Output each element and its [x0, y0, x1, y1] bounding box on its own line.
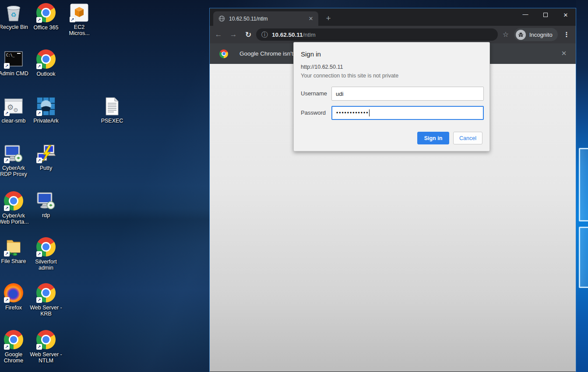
chrome-shortcut-icon: ↗ — [4, 191, 24, 211]
incognito-badge: Incognito — [514, 28, 558, 41]
globe-favicon-icon — [218, 15, 225, 22]
svg-text:⚙: ⚙ — [13, 107, 18, 113]
password-label: Password — [301, 109, 326, 116]
desktop-icon-label: Web Server - NTLM — [27, 351, 65, 364]
shortcut-arrow-icon: ↗ — [4, 205, 10, 211]
rdp-monitor-icon: ↗ — [4, 144, 24, 164]
desktop-icon-putty[interactable]: ↗ Putty — [27, 144, 65, 171]
desktop-icon-outlook[interactable]: ↗ Outlook — [27, 49, 65, 77]
firefox-icon: ↗ — [4, 283, 24, 303]
close-icon: ✕ — [563, 12, 568, 18]
shortcut-arrow-icon: ↗ — [36, 17, 42, 23]
desktop-icon-label: Office 365 — [27, 25, 65, 31]
page-info-icon[interactable]: ⓘ — [261, 31, 268, 39]
shortcut-arrow-icon: ↗ — [70, 17, 75, 22]
shortcut-arrow-icon: ↗ — [36, 297, 42, 303]
desktop-icon-office-365[interactable]: ↗ Office 365 — [27, 3, 65, 31]
chrome-shortcut-icon: ↗ — [36, 49, 56, 70]
shortcut-arrow-icon: ↗ — [36, 63, 42, 69]
tab-strip: 10.62.50.11/ntlm ✕ + — ✕ — [210, 8, 576, 26]
desktop-icon-ec2[interactable]: ↗ EC2 Micros... — [60, 3, 98, 36]
shortcut-arrow-icon: ↗ — [4, 344, 10, 350]
desktop-icon-label: PSEXEC — [93, 118, 131, 124]
desktop-icon-web-server-krb[interactable]: ↗ Web Server - KRB — [27, 283, 65, 317]
ec2-icon: ↗ — [69, 3, 89, 23]
cancel-button[interactable]: Cancel — [453, 132, 482, 144]
svg-text:C:\_: C:\_ — [6, 53, 14, 57]
bookmark-star-icon[interactable]: ☆ — [500, 29, 511, 40]
wallpaper-windows-logo — [576, 0, 588, 372]
window-maximize-button[interactable] — [535, 8, 556, 21]
minimize-icon: — — [523, 11, 528, 18]
tab-active[interactable]: 10.62.50.11/ntlm ✕ — [213, 11, 318, 26]
signin-button[interactable]: Sign in — [417, 132, 449, 144]
putty-icon: ↗ — [36, 144, 56, 164]
desktop-icon-label: Putty — [27, 165, 65, 171]
forward-button[interactable]: → — [227, 28, 239, 41]
window-close-button[interactable]: ✕ — [556, 8, 576, 21]
chrome-menu-icon[interactable]: ⋮ — [561, 29, 572, 40]
shortcut-arrow-icon: ↗ — [36, 110, 42, 116]
chrome-window: 10.62.50.11/ntlm ✕ + — ✕ ← → ↻ ⓘ 10.62.5… — [209, 8, 576, 372]
maximize-icon — [543, 13, 548, 17]
incognito-label: Incognito — [529, 32, 553, 38]
window-minimize-button[interactable]: — — [515, 8, 535, 21]
chrome-shortcut-icon: ↗ — [36, 3, 56, 23]
username-field[interactable]: udi — [331, 87, 484, 101]
windows-logo-pane — [579, 227, 588, 288]
reload-button[interactable]: ↻ — [242, 28, 254, 41]
password-masked-value: •••••••••••• — [336, 110, 369, 116]
dialog-site-url: http://10.62.50.11 — [301, 64, 343, 70]
document-icon — [102, 96, 122, 116]
shortcut-arrow-icon: ↗ — [4, 110, 10, 116]
desktop-icon-web-server-ntlm[interactable]: ↗ Web Server - NTLM — [27, 330, 65, 364]
windows-logo-pane — [579, 148, 588, 221]
url-path: /ntlm — [303, 32, 316, 38]
desktop-icon-label: Outlook — [27, 71, 65, 77]
gears-window-icon: ⚙ ⚙ ↗ — [4, 96, 24, 116]
back-button[interactable]: ← — [212, 28, 225, 41]
desktop-icon-label: EC2 Micros... — [60, 24, 98, 36]
dialog-warning-text: Your connection to this site is not priv… — [301, 73, 398, 79]
privateark-icon: ↗ — [36, 96, 56, 116]
shortcut-arrow-icon: ↗ — [36, 251, 42, 257]
tab-title: 10.62.50.11/ntlm — [229, 16, 307, 22]
desktop-icon-label: Silverfort admin — [27, 259, 65, 271]
desktop-icon-privateark[interactable]: ↗ PrivateArk — [27, 96, 65, 124]
password-field[interactable]: •••••••••••• — [331, 106, 484, 120]
tab-close-icon[interactable]: ✕ — [307, 15, 315, 23]
shortcut-arrow-icon: ↗ — [4, 297, 10, 303]
desktop-icon-silverfort-admin[interactable]: ↗ Silverfort admin — [27, 237, 65, 271]
rdp-monitor-icon — [36, 191, 56, 211]
chrome-shortcut-icon: ↗ — [4, 330, 24, 350]
chrome-shortcut-icon: ↗ — [36, 237, 56, 257]
shortcut-arrow-icon: ↗ — [36, 344, 42, 350]
browser-toolbar: ← → ↻ ⓘ 10.62.50.11/ntlm ☆ Incognito ⋮ — [210, 26, 576, 43]
incognito-icon — [516, 30, 526, 40]
infobar-close-icon[interactable]: ✕ — [559, 49, 569, 58]
dialog-title: Sign in — [301, 50, 321, 58]
chrome-logo-icon — [219, 49, 228, 58]
shortcut-arrow-icon: ↗ — [4, 158, 10, 163]
signin-dialog: Sign in http://10.62.50.11 Your connecti… — [293, 42, 490, 151]
chrome-shortcut-icon: ↗ — [36, 283, 56, 303]
desktop-icon-psexec[interactable]: PSEXEC — [93, 96, 131, 124]
chrome-shortcut-icon: ↗ — [36, 330, 56, 350]
shortcut-arrow-icon: ↗ — [36, 158, 42, 163]
svg-text:♻: ♻ — [11, 11, 16, 18]
text-caret — [369, 109, 370, 116]
shortcut-arrow-icon: ↗ — [4, 251, 10, 256]
username-value: udi — [336, 91, 343, 97]
url-host: 10.62.50.11 — [272, 32, 303, 38]
shortcut-arrow-icon: ↗ — [4, 63, 10, 69]
recycle-bin-icon: ♻ — [4, 3, 24, 23]
address-bar[interactable]: ⓘ 10.62.50.11/ntlm — [256, 28, 498, 41]
desktop-icon-label: PrivateArk — [27, 118, 65, 124]
shared-folder-icon: ↗ — [4, 237, 24, 257]
cmd-icon: C:\_ ↗ — [4, 49, 24, 69]
new-tab-button[interactable]: + — [323, 13, 334, 24]
desktop-icon-label: Web Server - KRB — [27, 305, 65, 317]
username-label: Username — [301, 90, 327, 97]
desktop-icon-rdp[interactable]: rdp — [27, 191, 65, 218]
desktop-icon-label: rdp — [27, 212, 65, 218]
